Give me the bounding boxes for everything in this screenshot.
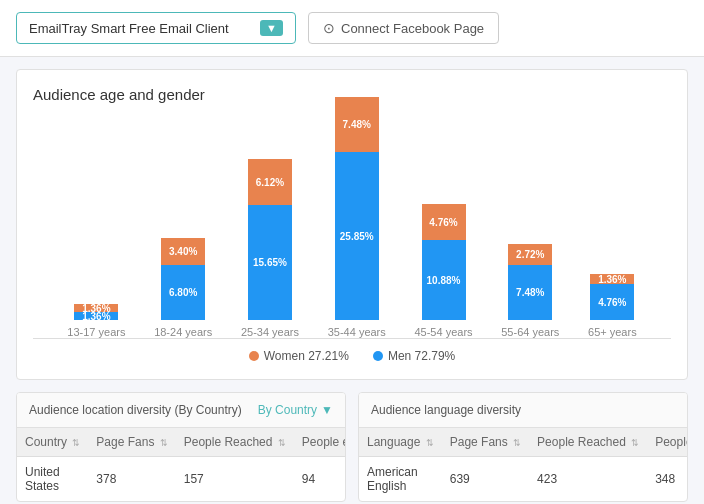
bar-axis-label: 25-34 years (241, 326, 299, 338)
col-country: Country ⇅ (17, 428, 88, 457)
by-country-label: By Country (258, 403, 317, 417)
bar-blue-segment: 25.85% (335, 152, 379, 320)
bar-stack: 7.48%2.72% (508, 244, 552, 320)
top-bar: EmailTray Smart Free Email Client ▼ ⊙ Co… (0, 0, 704, 57)
bar-stack: 4.76%1.36% (590, 274, 634, 320)
women-legend-dot (249, 351, 259, 361)
bar-orange-label: 2.72% (516, 249, 544, 260)
bar-axis-label: 18-24 years (154, 326, 212, 338)
by-country-chevron-icon: ▼ (321, 403, 333, 417)
table-cell: 157 (176, 457, 294, 502)
bar-stack: 10.88%4.76% (422, 204, 466, 320)
men-legend-label: Men 72.79% (388, 349, 455, 363)
bar-group: 10.88%4.76%45-54 years (414, 204, 472, 338)
bar-stack: 1.36%1.36% (74, 304, 118, 320)
bar-blue-label: 4.76% (598, 297, 626, 308)
col-lang-people-reached: People Reached ⇅ (529, 428, 647, 457)
facebook-icon: ⊙ (323, 20, 335, 36)
bar-blue-segment: 6.80% (161, 265, 205, 320)
col-page-fans: Page Fans ⇅ (88, 428, 175, 457)
table-cell: American English (359, 457, 442, 502)
table-row: United States37815794 (17, 457, 346, 502)
location-table-header: Audience location diversity (By Country)… (17, 393, 345, 428)
bar-axis-label: 45-54 years (414, 326, 472, 338)
bar-blue-label: 10.88% (427, 275, 461, 286)
language-table-title: Audience language diversity (371, 403, 521, 417)
bar-group: 15.65%6.12%25-34 years (241, 159, 299, 338)
bar-stack: 15.65%6.12% (248, 159, 292, 320)
bar-orange-segment: 6.12% (248, 159, 292, 205)
legend-women: Women 27.21% (249, 349, 349, 363)
location-table: Country ⇅ Page Fans ⇅ People Reached ⇅ P… (17, 428, 346, 501)
table-cell: 348 (647, 457, 688, 502)
bar-orange-segment: 7.48% (335, 97, 379, 152)
women-legend-label: Women 27.21% (264, 349, 349, 363)
bar-orange-label: 3.40% (169, 246, 197, 257)
bar-orange-segment: 3.40% (161, 238, 205, 265)
bar-axis-label: 55-64 years (501, 326, 559, 338)
bar-blue-segment: 15.65% (248, 205, 292, 320)
bar-group: 25.85%7.48%35-44 years (328, 97, 386, 338)
dropdown-chevron-icon: ▼ (260, 20, 283, 36)
connect-facebook-button[interactable]: ⊙ Connect Facebook Page (308, 12, 499, 44)
bar-axis-label: 35-44 years (328, 326, 386, 338)
bar-blue-label: 6.80% (169, 287, 197, 298)
language-table-card: Audience language diversity Language ⇅ P… (358, 392, 688, 502)
bar-blue-label: 1.36% (82, 311, 110, 322)
bar-axis-label: 65+ years (588, 326, 637, 338)
language-table-header: Audience language diversity (359, 393, 687, 428)
bar-blue-segment: 10.88% (422, 240, 466, 320)
location-table-header-row: Country ⇅ Page Fans ⇅ People Reached ⇅ P… (17, 428, 346, 457)
men-legend-dot (373, 351, 383, 361)
table-cell: 94 (294, 457, 346, 502)
bar-orange-label: 6.12% (256, 177, 284, 188)
bar-group: 6.80%3.40%18-24 years (154, 238, 212, 338)
table-row: American English639423348 (359, 457, 688, 502)
bottom-section: Audience location diversity (By Country)… (16, 392, 688, 502)
col-lang-page-fans: Page Fans ⇅ (442, 428, 529, 457)
table-cell: 378 (88, 457, 175, 502)
bar-orange-label: 1.36% (82, 303, 110, 314)
language-table: Language ⇅ Page Fans ⇅ People Reached ⇅ … (359, 428, 688, 501)
bar-blue-label: 15.65% (253, 257, 287, 268)
bar-stack: 6.80%3.40% (161, 238, 205, 320)
legend-men: Men 72.79% (373, 349, 455, 363)
bar-orange-segment: 4.76% (422, 204, 466, 240)
col-people-engaged: People engaged ⇅ (294, 428, 346, 457)
bar-group: 1.36%1.36%13-17 years (67, 304, 125, 338)
bar-blue-label: 7.48% (516, 287, 544, 298)
bar-blue-label: 25.85% (340, 231, 374, 242)
bar-stack: 25.85%7.48% (335, 97, 379, 320)
bar-group: 7.48%2.72%55-64 years (501, 244, 559, 338)
bar-chart-area: 1.36%1.36%13-17 years6.80%3.40%18-24 yea… (33, 119, 671, 339)
table-cell: 639 (442, 457, 529, 502)
col-language: Language ⇅ (359, 428, 442, 457)
bar-orange-label: 1.36% (598, 274, 626, 285)
chart-legend: Women 27.21% Men 72.79% (33, 349, 671, 363)
table-cell: 423 (529, 457, 647, 502)
bar-blue-segment: 4.76% (590, 284, 634, 320)
bar-group: 4.76%1.36%65+ years (588, 274, 637, 338)
connect-facebook-label: Connect Facebook Page (341, 21, 484, 36)
language-table-header-row: Language ⇅ Page Fans ⇅ People Reached ⇅ … (359, 428, 688, 457)
bar-blue-segment: 1.36% (74, 312, 118, 320)
col-people-reached: People Reached ⇅ (176, 428, 294, 457)
bar-orange-segment: 1.36% (74, 304, 118, 312)
bar-orange-label: 7.48% (343, 119, 371, 130)
audience-age-gender-card: Audience age and gender 1.36%1.36%13-17 … (16, 69, 688, 380)
page-selector-dropdown[interactable]: EmailTray Smart Free Email Client ▼ (16, 12, 296, 44)
by-country-button[interactable]: By Country ▼ (258, 403, 333, 417)
page-selector-label: EmailTray Smart Free Email Client (29, 21, 229, 36)
bar-orange-segment: 2.72% (508, 244, 552, 265)
bar-blue-segment: 7.48% (508, 265, 552, 320)
location-table-title: Audience location diversity (By Country) (29, 403, 242, 417)
table-cell: United States (17, 457, 88, 502)
location-table-card: Audience location diversity (By Country)… (16, 392, 346, 502)
col-lang-people-engaged: People engaged ⇅ (647, 428, 688, 457)
bar-orange-segment: 1.36% (590, 274, 634, 284)
bar-axis-label: 13-17 years (67, 326, 125, 338)
bar-orange-label: 4.76% (429, 217, 457, 228)
